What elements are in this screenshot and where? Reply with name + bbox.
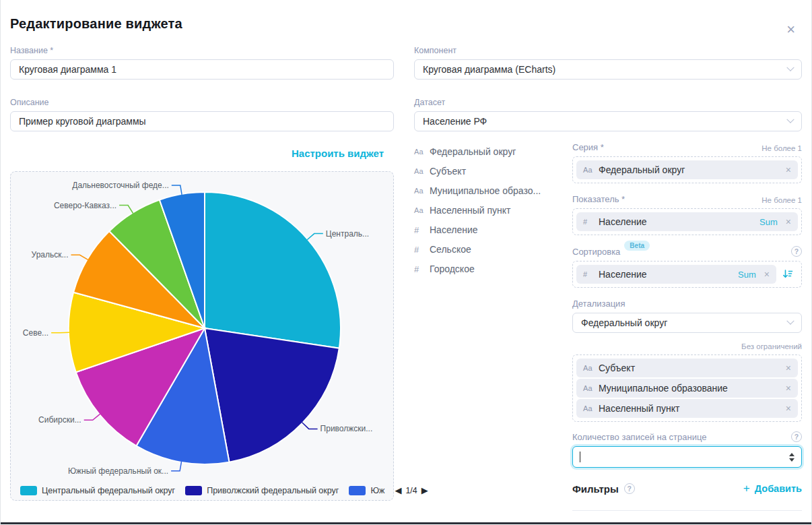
modal-header: Редактирование виджета × [1,0,811,32]
aggregation-badge[interactable]: Sum [759,217,778,227]
window-bottom-edge [1,522,811,524]
add-filter-button[interactable]: + Добавить [743,482,802,495]
description-label: Описание [10,98,394,107]
help-icon[interactable]: ? [791,246,802,257]
pie-slice-label: Северо-Кавказ... [54,201,116,210]
remove-icon[interactable]: × [764,270,770,279]
dataset-field-item[interactable]: #Городское [414,264,572,274]
remove-icon[interactable]: × [786,217,791,226]
legend-label: Юж [370,486,384,495]
dataset-field-item[interactable]: АаСубъект [414,166,572,177]
legend-label: Центральный федеральный округ [42,486,175,495]
dataset-field-label: Субъект [430,166,466,177]
pie-chart: Централь...Приволжски...Южный федеральны… [11,172,400,476]
detail-level-chip-label: Муниципальное образование [599,383,728,394]
number-type-icon: # [583,218,593,226]
config-area: АаФедеральный округАаСубъектАаМуниципаль… [414,142,802,525]
dataset-field-item[interactable]: АаМуниципальное образо... [414,185,572,196]
text-caret [580,452,580,462]
pie-label-line [172,185,182,195]
name-input[interactable] [10,59,394,80]
right-column: Компонент Круговая диаграмма (ECharts) Д… [414,32,802,525]
number-stepper[interactable] [789,453,794,462]
indicator-section: Показатель * Не более 1 # Население Sum … [572,194,802,235]
pie-label-line [171,462,181,471]
page-size-label: Количество записей на странице [572,432,706,442]
sorting-chip[interactable]: # Население Sum × [576,265,776,284]
detail-value: Федеральный округ [581,317,667,328]
dataset-select[interactable]: Население РФ [414,111,802,131]
series-dropzone[interactable]: Аа Федеральный округ × [572,156,802,183]
configure-row: Настроить виджет [10,148,394,160]
beta-badge: Beta [624,241,650,251]
dataset-field-item[interactable]: #Сельское [414,244,572,255]
legend-next-icon[interactable]: ▶ [421,485,428,495]
add-filter-label: Добавить [755,483,802,494]
legend-item[interactable]: Юж [349,486,384,495]
remove-icon[interactable]: × [786,165,791,175]
description-input[interactable] [10,111,394,131]
chevron-down-icon [786,317,794,325]
legend-pager: ◀1/4▶ [395,485,428,495]
legend-label: Приволжский федеральный округ [207,486,339,495]
pie-slice-label: Сибирски... [38,415,81,425]
modal-body: Название * Описание Настроить виджет Цен… [1,32,811,525]
detail-label: Детализация [572,299,625,309]
indicator-chip[interactable]: # Население Sum × [576,212,798,231]
page-size-input[interactable] [572,446,802,468]
text-type-icon: Аа [583,364,593,372]
sorting-dropzone[interactable]: # Население Sum × [572,261,802,288]
legend-item[interactable]: Приволжский федеральный округ [185,486,339,495]
pie-slice-label: Дальневосточный феде... [72,181,169,190]
pie-slice[interactable] [205,192,341,348]
detail-level-chip[interactable]: АаМуниципальное образование× [576,379,798,398]
number-type-icon: # [583,270,593,278]
series-chip[interactable]: Аа Федеральный округ × [576,160,798,179]
no-limit-hint: Без ограничений [741,342,802,350]
sort-descending-icon[interactable] [778,269,798,280]
detail-select[interactable]: Федеральный округ [572,313,802,333]
pie-slice-label: Приволжски... [320,424,373,433]
pie-slice-label: Централь... [326,229,369,239]
series-limit-hint: Не более 1 [762,144,802,152]
indicator-dropzone[interactable]: # Население Sum × [572,208,802,235]
remove-icon[interactable]: × [786,363,791,373]
pie-chart-preview: Централь...Приволжски...Южный федеральны… [10,171,394,501]
help-icon[interactable]: ? [791,431,802,442]
text-type-icon: Аа [583,384,593,392]
dataset-field-item[interactable]: #Население [414,224,572,235]
text-type-icon: Аа [583,404,593,412]
aggregation-badge[interactable]: Sum [738,270,756,280]
legend-swatch [185,486,202,495]
remove-icon[interactable]: × [786,404,791,413]
sorting-chip-label: Население [599,269,647,280]
remove-icon[interactable]: × [786,383,791,393]
pie-label-line [84,414,100,420]
stepper-down-icon[interactable] [789,458,794,462]
detail-levels-dropzone[interactable]: АаСубъект×АаМуниципальное образование×Аа… [572,354,802,422]
dataset-field-label: Федеральный округ [430,146,516,157]
component-select[interactable]: Круговая диаграмма (ECharts) [414,59,802,80]
detail-level-chip[interactable]: АаСубъект× [576,359,798,377]
number-type-icon: # [414,245,424,255]
help-icon[interactable]: ? [624,483,635,494]
dataset-field-item[interactable]: АаНаселенный пункт [414,205,572,216]
legend-prev-icon[interactable]: ◀ [395,485,401,495]
text-type-icon: Аа [414,167,424,175]
sorting-section: Сортировка Beta ? # Население Sum × [572,246,802,288]
dataset-field-label: Населенный пункт [430,205,510,216]
legend-swatch [20,486,37,495]
page-size-section: Количество записей на странице ? [572,431,802,468]
pie-label-line [71,255,88,259]
number-type-icon: # [414,264,424,274]
text-type-icon: Аа [414,206,424,214]
stepper-up-icon[interactable] [789,453,794,456]
footer-divider [572,510,802,511]
legend-item[interactable]: Центральный федеральный округ [20,486,175,495]
dataset-field-item[interactable]: АаФедеральный округ [414,146,572,157]
dataset-value: Население РФ [423,116,487,127]
configure-widget-link[interactable]: Настроить виджет [292,148,384,159]
close-icon[interactable]: × [786,23,795,36]
detail-level-chip[interactable]: АаНаселенный пункт× [576,399,798,418]
dataset-field-label: Население [430,224,478,235]
